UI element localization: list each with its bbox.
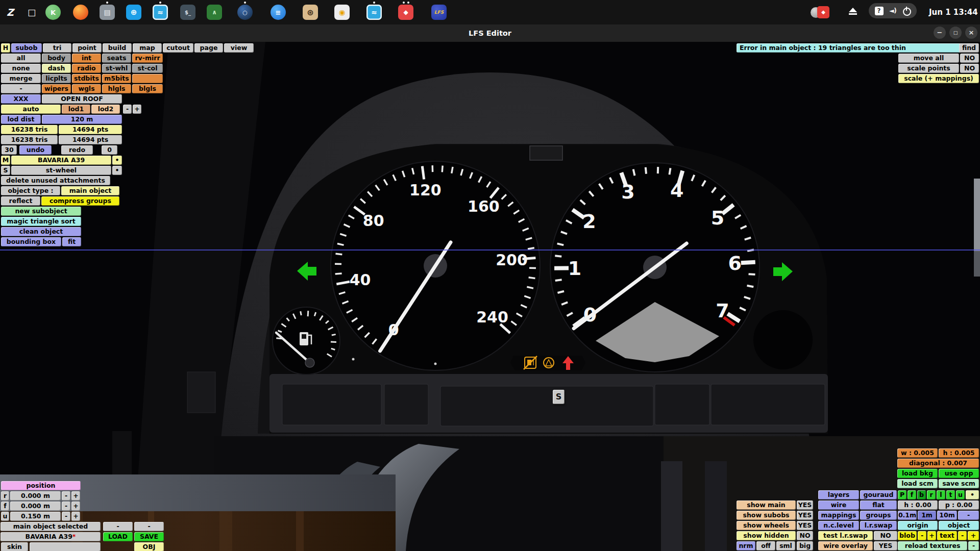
origin[interactable]: origin <box>898 521 938 530</box>
subob[interactable]: subob <box>11 43 42 53</box>
16238-tris[interactable]: 16238 tris <box>1 135 58 144</box>
move-all[interactable]: move all <box>898 54 959 63</box>
save[interactable]: SAVE <box>134 532 164 541</box>
power-icon[interactable] <box>902 7 911 15</box>
page[interactable]: page <box>194 43 223 53</box>
new-subobject[interactable]: new subobject <box>1 207 81 216</box>
seats[interactable]: seats <box>102 54 131 63</box>
wave-monitor[interactable]: ≈ <box>153 5 168 20</box>
test-lr-swap-no[interactable]: NO <box>874 531 897 540</box>
scale-points[interactable]: scale points <box>898 64 959 73</box>
show-wheels-yes[interactable]: YES <box>797 521 813 530</box>
axis-f[interactable]: f <box>1 502 9 511</box>
flat[interactable]: flat <box>860 500 897 510</box>
vehicle-name[interactable]: BAVARIA A39* <box>1 532 101 541</box>
m5bits[interactable]: m5bits <box>102 74 131 83</box>
map[interactable]: map <box>133 43 162 53</box>
reload-textures[interactable]: reload textures <box>898 541 967 550</box>
minus[interactable]: - <box>958 511 979 520</box>
clock[interactable]: Jun 1 13:44 <box>929 0 978 24</box>
u-value[interactable]: 0.150 m <box>10 512 61 521</box>
radio[interactable]: radio <box>72 64 101 73</box>
blgls[interactable]: blgls <box>132 84 163 93</box>
plus[interactable]: + <box>927 531 936 540</box>
lod1[interactable]: lod1 <box>62 105 90 114</box>
f-value[interactable]: 0.000 m <box>10 502 61 511</box>
oversteer[interactable]: ⊛ <box>303 5 318 20</box>
h[interactable]: H <box>1 43 10 53</box>
system-tray-pill[interactable]: ? ◄) <box>869 3 917 18</box>
14694-pts[interactable]: 14694 pts <box>59 125 122 134</box>
save-scm[interactable]: save scm <box>939 479 979 488</box>
wire-overlay-yes[interactable]: YES <box>874 541 897 550</box>
xxx[interactable]: XXX <box>1 94 41 104</box>
error-message[interactable]: Error in main object : 19 triangles are … <box>737 43 961 53</box>
wire[interactable]: wire <box>818 500 859 510</box>
blob[interactable]: blob <box>898 531 917 540</box>
dot[interactable]: • <box>966 490 979 499</box>
minus[interactable]: - <box>958 531 967 540</box>
workspaces[interactable]: □ <box>24 5 39 20</box>
object-type[interactable]: object type : <box>1 186 60 195</box>
minus[interactable]: - <box>1 84 41 93</box>
30[interactable]: 30 <box>2 145 17 155</box>
hlgls[interactable]: hlgls <box>102 84 131 93</box>
terminal[interactable]: $_ <box>180 5 195 20</box>
skin[interactable]: skin <box>1 542 28 551</box>
show-subobs-yes[interactable]: YES <box>797 511 813 520</box>
skin-name-field[interactable] <box>30 542 101 551</box>
show-subobs[interactable]: show subobs <box>737 511 796 520</box>
point[interactable]: point <box>72 43 102 53</box>
10m[interactable]: 10m <box>937 511 957 520</box>
plus[interactable]: + <box>71 502 80 511</box>
layers[interactable]: layers <box>818 490 859 499</box>
notification-badge-icon[interactable]: ◆ <box>817 6 829 18</box>
scale-points-no[interactable]: NO <box>960 64 979 73</box>
compress-groups[interactable]: compress groups <box>41 196 119 206</box>
cutout[interactable]: cutout <box>163 43 193 53</box>
magic-triangle-sort[interactable]: magic triangle sort <box>1 217 81 226</box>
nrm[interactable]: nrm <box>737 541 755 550</box>
load-bkg[interactable]: load bkg <box>897 469 938 478</box>
diagonal-0-007[interactable]: diagonal : 0.007 <box>897 459 979 468</box>
zorin-menu[interactable]: Z <box>3 5 18 20</box>
build[interactable]: build <box>103 43 132 53</box>
eject-icon[interactable] <box>849 8 857 16</box>
plus[interactable]: + <box>71 512 80 521</box>
help-icon[interactable]: ? <box>875 7 884 15</box>
dot[interactable]: • <box>112 156 122 165</box>
minus[interactable]: - <box>103 522 133 531</box>
st-wheel[interactable]: st-wheel <box>11 166 111 175</box>
gouraud[interactable]: gouraud <box>860 490 897 499</box>
move-all-no[interactable]: NO <box>960 54 979 63</box>
text[interactable]: text <box>937 531 957 540</box>
minus[interactable]: - <box>123 105 132 114</box>
lfs-editor[interactable]: LFS <box>431 5 447 20</box>
position[interactable]: position <box>1 481 81 490</box>
s-key-marker[interactable]: S <box>553 390 565 404</box>
reflect[interactable]: reflect <box>1 196 40 206</box>
undo[interactable]: undo <box>19 145 52 155</box>
show-wheels[interactable]: show wheels <box>737 521 796 530</box>
steam[interactable]: ○ <box>237 5 253 20</box>
16238-tris[interactable]: 16238 tris <box>1 125 58 134</box>
stdbits[interactable]: stdbits <box>72 74 101 83</box>
close-button[interactable]: × <box>965 27 977 39</box>
use-opp[interactable]: use opp <box>939 469 979 478</box>
t[interactable]: t <box>946 490 955 499</box>
tri[interactable]: tri <box>43 43 71 53</box>
object[interactable]: object <box>939 521 979 530</box>
show-hidden-no[interactable]: NO <box>797 531 813 540</box>
clean-object[interactable]: clean object <box>1 227 81 236</box>
lod2[interactable]: lod2 <box>91 105 120 114</box>
b[interactable]: b <box>917 490 926 499</box>
licplts[interactable]: licplts <box>42 74 71 83</box>
minus[interactable]: - <box>918 531 926 540</box>
wave-monitor-2[interactable]: ≈ <box>366 5 382 20</box>
restore-button[interactable]: □ <box>949 27 962 39</box>
rv-mirr[interactable]: rv-mirr <box>132 54 163 63</box>
show-hidden[interactable]: show hidden <box>737 531 796 540</box>
mappings[interactable]: mappings <box>818 511 859 520</box>
body[interactable]: body <box>42 54 71 63</box>
s[interactable]: S <box>1 166 10 175</box>
